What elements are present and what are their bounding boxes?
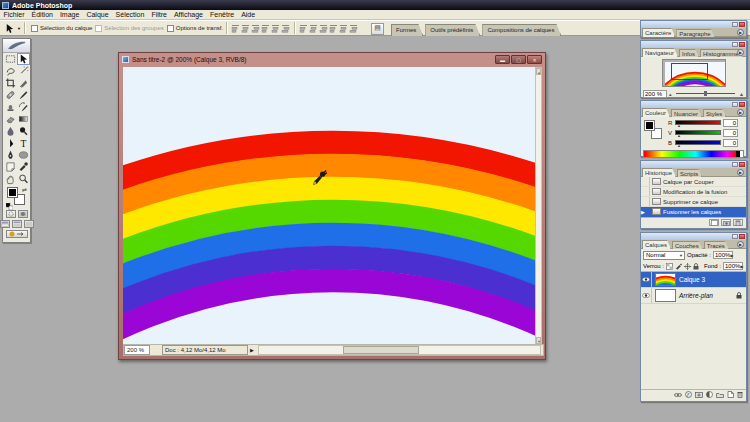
history-item[interactable]: Modification de la fusion [641,187,746,197]
healing-brush-tool[interactable] [4,89,17,101]
gradient-tool[interactable] [17,113,30,125]
history-brush-tool[interactable] [17,101,30,113]
path-selection-tool[interactable] [4,137,17,149]
distribute-buttons[interactable] [299,24,358,33]
lock-all-icon[interactable] [693,263,699,270]
zoom-in-icon[interactable]: ▲ [739,91,744,97]
green-value-field[interactable]: 0 [723,129,738,137]
close-icon[interactable] [739,234,745,239]
tab-scripts[interactable]: Scripts [677,169,702,177]
delete-layer-icon[interactable] [737,391,743,398]
blur-tool[interactable] [4,125,17,137]
default-colors-icon[interactable] [6,203,13,210]
magic-wand-tool[interactable] [17,65,30,77]
navigator-palette-titlebar[interactable] [641,41,746,48]
navigator-zoom-slider[interactable] [676,93,736,94]
zoom-level-field[interactable]: 200 % [124,345,150,355]
align-icon[interactable] [261,24,270,33]
character-palette-titlebar[interactable] [641,21,746,28]
layers-palette-titlebar[interactable] [641,233,746,240]
menu-image[interactable]: Image [56,11,82,18]
status-menu-arrow[interactable]: ▶ [250,347,254,353]
notes-tool[interactable] [4,161,17,173]
new-layer-icon[interactable] [727,391,734,398]
tab-calques[interactable]: Calques [642,240,671,249]
slider-thumb-icon[interactable]: ▲ [677,123,681,128]
layer-name[interactable]: Arrière-plan [679,292,713,299]
fill-field[interactable]: 100% ▶ [723,262,743,270]
align-icon[interactable] [319,24,328,33]
menu-filtre[interactable]: Filtre [148,11,171,18]
layer-mask-icon[interactable] [695,392,703,398]
tab-traces[interactable]: Tracés [704,241,729,249]
menu-selection[interactable]: Sélection [112,11,148,18]
navigator-view-box[interactable] [671,63,708,80]
layer-row-arriere-plan[interactable]: Arrière-plan [641,288,746,304]
navigator-thumbnail[interactable] [662,59,726,87]
tab-historique[interactable]: Historique [642,168,676,177]
layer-row-calque3[interactable]: Calque 3 [641,272,746,288]
menu-affichage[interactable]: Affichage [170,11,206,18]
marquee-tool[interactable] [4,53,17,65]
well-tab-formes[interactable]: Formes [391,24,423,36]
palette-menu-icon[interactable]: ▶ [737,169,744,176]
navigator-zoom-field[interactable]: 200 % [643,90,667,98]
tab-styles[interactable]: Styles [703,109,726,117]
history-item-selected[interactable]: ▶ Fusionner les calques [641,207,746,217]
align-icon[interactable] [271,24,280,33]
palette-menu-icon[interactable]: ▶ [737,241,744,248]
minimize-icon[interactable] [732,162,738,167]
close-icon[interactable] [739,42,745,47]
clone-stamp-tool[interactable] [4,101,17,113]
layer-group-icon[interactable] [716,392,724,398]
layer-name[interactable]: Calque 3 [679,276,705,283]
history-source-column[interactable] [641,197,650,206]
slider-thumb-icon[interactable]: ▲ [677,143,681,148]
document-titlebar[interactable]: Sans titre-2 @ 200% (Calque 3, RVB/8) ▬ … [119,53,545,66]
new-snapshot-icon[interactable] [721,219,731,226]
minimize-icon[interactable] [732,22,738,27]
shape-tool[interactable] [17,149,30,161]
lasso-tool[interactable] [4,65,17,77]
close-icon[interactable] [739,162,745,167]
lock-pixels-icon[interactable] [675,263,682,270]
slice-tool[interactable] [17,77,30,89]
well-tab-compositions[interactable]: Compositions de calques [482,24,561,36]
crop-tool[interactable] [4,77,17,89]
menu-edition[interactable]: Édition [28,11,56,18]
align-icon[interactable] [339,24,348,33]
color-spectrum-ramp[interactable] [643,150,744,158]
visibility-toggle[interactable] [641,272,652,287]
history-source-column[interactable] [641,187,650,196]
align-buttons[interactable] [231,24,290,33]
lock-transparency-icon[interactable] [666,263,673,270]
standard-screen-button[interactable] [0,220,10,228]
standard-mode-button[interactable] [6,210,16,218]
red-value-field[interactable]: 0 [723,119,738,127]
document-canvas[interactable] [123,67,537,345]
select-layer-checkbox[interactable] [31,25,38,32]
fullscreen-menu-button[interactable] [12,220,22,228]
menu-fichier[interactable]: Fichier [0,11,28,18]
horizontal-scrollbar[interactable] [258,345,541,355]
close-button[interactable]: ✕ [527,55,542,64]
palette-menu-icon[interactable]: ▶ [737,29,744,36]
palette-menu-icon[interactable]: ▶ [737,109,744,116]
red-slider[interactable]: ▲ [675,120,721,125]
minimize-icon[interactable] [732,102,738,107]
fullscreen-button[interactable] [24,220,34,228]
tab-paragraphe[interactable]: Paragraphe [676,29,714,37]
delete-icon[interactable] [733,219,743,226]
pen-tool[interactable] [4,149,17,161]
minimize-icon[interactable] [732,42,738,47]
green-slider[interactable]: ▲ [675,130,721,135]
slider-thumb-icon[interactable]: ▲ [677,133,681,138]
tab-couleur[interactable]: Couleur [642,108,670,117]
blend-mode-dropdown[interactable]: Normal ▼ [643,251,685,260]
align-icon[interactable] [251,24,260,33]
history-item[interactable]: Supprimer ce calque [641,197,746,207]
tab-navigateur[interactable]: Navigateur [642,48,678,57]
type-tool[interactable]: T [17,137,30,149]
align-icon[interactable] [349,24,358,33]
scrollbar-thumb[interactable] [343,346,419,354]
